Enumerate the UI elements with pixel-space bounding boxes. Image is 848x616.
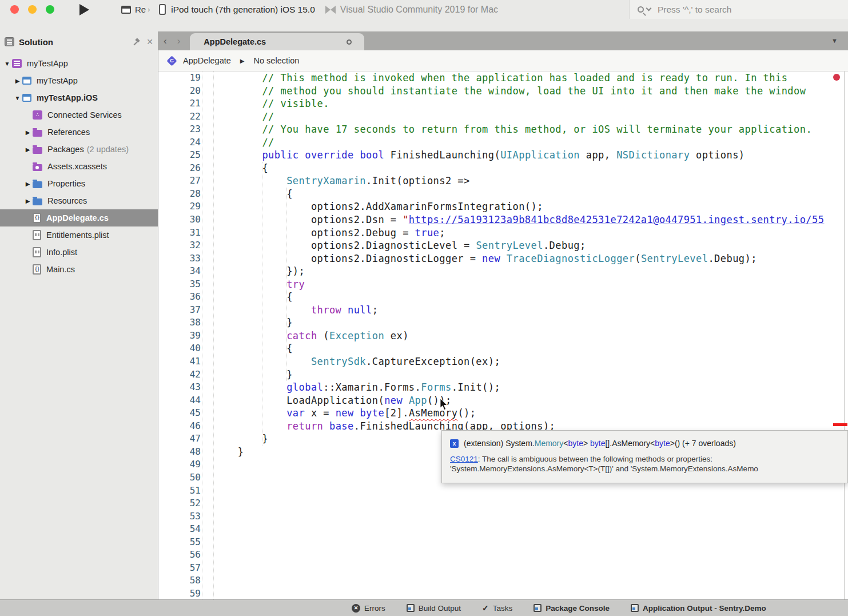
code-line-58[interactable]: 58 [158,574,848,587]
line-number[interactable]: 47 [158,432,201,446]
disclosure-arrow-icon[interactable]: ▶ [23,129,33,136]
code-line-54[interactable]: 54 [158,523,848,536]
line-number[interactable]: 52 [158,497,201,510]
line-number[interactable]: 40 [158,342,201,355]
sidebar-item-mytestapp[interactable]: ▶myTestApp [0,72,158,89]
tab-list-dropdown[interactable]: ▼ [831,37,838,44]
code-line-19[interactable]: 19// This method is invoked when the app… [158,71,848,85]
scrollbar[interactable] [844,71,845,599]
line-number[interactable]: 45 [158,407,201,420]
code-line-59[interactable]: 59 [158,587,848,599]
panel-button-package-console[interactable]: Package Console [534,604,610,613]
panel-button-tasks[interactable]: ✓Tasks [482,603,512,613]
disclosure-arrow-icon[interactable]: ▶ [23,181,33,187]
device-selector[interactable]: iPod touch (7th generation) iOS 15.0 [171,5,315,15]
line-number[interactable]: 42 [158,368,201,381]
line-number[interactable]: 46 [158,420,201,433]
configuration-selector[interactable]: Re [135,5,146,14]
line-number[interactable]: 22 [158,110,201,124]
code-line-53[interactable]: 53 [158,510,848,523]
sidebar-item-connected-services[interactable]: Connected Services [0,106,158,124]
sidebar-item-assets-xcassets[interactable]: Assets.xcassets [0,158,158,175]
line-number[interactable]: 33 [158,252,201,265]
code-line-55[interactable]: 55 [158,536,848,549]
line-number[interactable]: 29 [158,200,201,213]
sidebar-item-entitlements-plist[interactable]: Entitlements.plist [0,226,158,244]
line-number[interactable]: 36 [158,291,201,304]
sidebar-item-resources[interactable]: ▶Resources [0,192,158,209]
code-editor[interactable]: 19// This method is invoked when the app… [158,71,848,599]
code-line-23[interactable]: 23// You have 17 seconds to return from … [158,123,848,136]
line-number[interactable]: 38 [158,316,201,329]
code-line-20[interactable]: 20// method you should instantiate the w… [158,85,848,98]
navigate-forward-button[interactable]: › [172,35,186,47]
disclosure-arrow-icon[interactable]: ▶ [23,146,33,153]
tab-appdelegate[interactable]: AppDelegate.cs [190,33,364,50]
line-number[interactable]: 51 [158,484,201,498]
error-code-link[interactable]: CS0121 [450,455,478,463]
disclosure-arrow-icon[interactable]: ▶ [23,198,33,204]
close-icon[interactable]: ✕ [146,37,153,46]
line-number[interactable]: 56 [158,549,201,562]
zoom-window-button[interactable] [46,5,54,14]
sidebar-item-references[interactable]: ▶References [0,124,158,141]
line-number[interactable]: 20 [158,85,201,98]
close-window-button[interactable] [10,5,19,14]
sidebar-item-info-plist[interactable]: Info.plist [0,244,158,261]
line-number[interactable]: 53 [158,510,201,523]
sidebar-item-main-cs[interactable]: Main.cs [0,261,158,278]
line-number[interactable]: 35 [158,278,201,291]
code-line-25[interactable]: 25public override bool FinishedLaunching… [158,149,848,162]
scrollbar-error-marker[interactable] [833,423,847,426]
code-line-24[interactable]: 24// [158,136,848,149]
disclosure-arrow-icon[interactable]: ▼ [13,95,22,101]
breadcrumb-selection[interactable]: No selection [254,56,300,65]
navigate-back-button[interactable]: ‹ [158,35,172,47]
code-line-52[interactable]: 52 [158,497,848,510]
line-number[interactable]: 34 [158,265,201,278]
panel-button-application-output-sentry-demo[interactable]: Application Output - Sentry.Demo [631,604,766,613]
line-number[interactable]: 31 [158,226,201,240]
code-line-56[interactable]: 56 [158,549,848,562]
line-number[interactable]: 48 [158,446,201,459]
sidebar-item-properties[interactable]: ▶Properties [0,175,158,192]
line-number[interactable]: 50 [158,471,201,484]
breadcrumb-class[interactable]: AppDelegate [183,56,231,65]
line-number[interactable]: 30 [158,213,201,226]
line-number[interactable]: 32 [158,239,201,252]
line-number[interactable]: 44 [158,394,201,407]
line-number[interactable]: 58 [158,574,201,587]
sidebar-item-mytestapp-ios[interactable]: ▼myTestApp.iOS [0,89,158,106]
line-number[interactable]: 59 [158,587,201,599]
line-number[interactable]: 19 [158,71,201,85]
disclosure-arrow-icon[interactable]: ▼ [2,61,12,67]
panel-button-errors[interactable]: Errors [352,604,385,613]
scrollbar-error-indicator[interactable] [833,74,840,81]
line-number[interactable]: 49 [158,458,201,471]
run-button[interactable] [79,4,89,15]
line-number[interactable]: 54 [158,523,201,536]
sidebar-item-mytestapp[interactable]: ▼myTestApp [0,55,158,72]
line-number[interactable]: 21 [158,97,201,110]
line-number[interactable]: 27 [158,174,201,188]
line-number[interactable]: 37 [158,304,201,317]
code-line-51[interactable]: 51 [158,484,848,498]
line-number[interactable]: 23 [158,123,201,136]
code-line-57[interactable]: 57 [158,562,848,575]
search-input[interactable]: Press '^,' to search [629,0,848,19]
sidebar-item-appdelegate-cs[interactable]: AppDelegate.cs [0,209,158,226]
code-line-21[interactable]: 21// visible. [158,97,848,110]
line-number[interactable]: 55 [158,536,201,549]
code-line-22[interactable]: 22// [158,110,848,124]
disclosure-arrow-icon[interactable]: ▶ [13,78,22,84]
pin-icon[interactable] [133,38,141,46]
line-number[interactable]: 28 [158,188,201,201]
line-number[interactable]: 41 [158,355,201,368]
line-number[interactable]: 39 [158,329,201,343]
line-number[interactable]: 25 [158,149,201,162]
sidebar-item-packages[interactable]: ▶Packages(2 updates) [0,141,158,158]
panel-button-build-output[interactable]: Build Output [407,604,461,613]
line-number[interactable]: 57 [158,562,201,575]
line-number[interactable]: 24 [158,136,201,149]
line-number[interactable]: 43 [158,381,201,394]
